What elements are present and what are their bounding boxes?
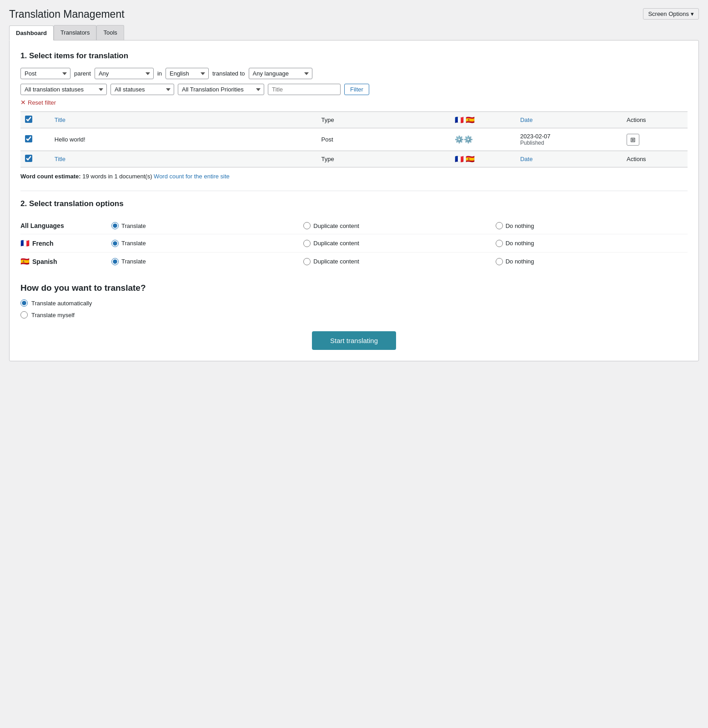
select-all-checkbox[interactable] [25, 116, 32, 123]
footer-type-col: Type [317, 151, 450, 167]
tab-tools[interactable]: Tools [96, 25, 124, 40]
all-lang-translate-radio[interactable] [111, 222, 119, 229]
row-check-cell [20, 128, 50, 151]
row-type: Post [321, 136, 333, 143]
translation-status-select[interactable]: All translation statuses [20, 84, 107, 95]
translate-myself-radio[interactable] [20, 311, 28, 318]
reset-filter[interactable]: ✕ Reset filter [20, 99, 688, 106]
table-row: Hello world! Post ⚙️⚙️ 2023-02-07 Publis… [20, 128, 688, 151]
footer-title-col[interactable]: Title [50, 151, 317, 167]
translation-status-icons: ⚙️⚙️ [455, 136, 473, 143]
section2-title: 2. Select translation options [20, 199, 688, 208]
main-panel: 1. Select items for translation Post par… [9, 40, 699, 361]
row-date-cell: 2023-02-07 Published [516, 128, 622, 151]
word-count-text: 19 words in 1 document(s) [82, 173, 152, 180]
header-actions-col: Actions [622, 112, 688, 128]
row-title: Hello world! [55, 136, 85, 143]
french-flag: 🇫🇷 [20, 239, 30, 248]
start-translating-button[interactable]: Start translating [312, 331, 396, 350]
spanish-flag: 🇪🇸 [20, 257, 30, 266]
language-options-table: All Languages Translate Duplicate conten… [20, 217, 688, 270]
items-table: Title Type 🇫🇷 🇪🇸 Date Actions [20, 111, 688, 167]
french-nothing-option[interactable]: Do nothing [496, 240, 688, 247]
row-date: 2023-02-07 [520, 133, 618, 140]
all-lang-translate-option[interactable]: Translate [111, 222, 303, 229]
footer-actions-col: Actions [622, 151, 688, 167]
french-flag-header: 🇫🇷 [455, 116, 464, 124]
header-flags-col: 🇫🇷 🇪🇸 [450, 112, 516, 128]
all-lang-duplicate-radio[interactable] [303, 222, 311, 229]
title-input[interactable] [268, 84, 341, 95]
lang-name-spanish: 🇪🇸 Spanish [20, 257, 111, 266]
chevron-down-icon: ▾ [691, 10, 694, 17]
start-btn-row: Start translating [20, 331, 688, 350]
how-translate-title: How do you want to translate? [20, 283, 688, 293]
spanish-flag-header: 🇪🇸 [466, 116, 475, 124]
row-checkbox[interactable] [25, 135, 32, 142]
lang-row-spanish: 🇪🇸 Spanish Translate Duplicate content D… [20, 252, 688, 270]
translate-myself-option[interactable]: Translate myself [20, 311, 688, 318]
spanish-duplicate-radio[interactable] [303, 258, 311, 265]
lang-name-all: All Languages [20, 222, 111, 229]
any-language-select[interactable]: Any language [249, 68, 312, 79]
row-title-cell: Hello world! [50, 128, 317, 151]
all-lang-duplicate-option[interactable]: Duplicate content [303, 222, 495, 229]
language-select[interactable]: English [166, 68, 209, 79]
translate-automatically-option[interactable]: Translate automatically [20, 299, 688, 307]
footer-check-col [20, 151, 50, 167]
spanish-flag-footer: 🇪🇸 [466, 155, 475, 163]
tab-translators[interactable]: Translators [54, 25, 97, 40]
parent-select[interactable]: Any [95, 68, 154, 79]
screen-options-button[interactable]: Screen Options ▾ [643, 8, 699, 20]
header-type-col: Type [317, 112, 450, 128]
row-status: Published [520, 140, 618, 146]
translate-automatically-label: Translate automatically [31, 300, 92, 307]
section1-title: 1. Select items for translation [20, 51, 688, 61]
spanish-duplicate-option[interactable]: Duplicate content [303, 258, 495, 265]
table-footer-row: Title Type 🇫🇷 🇪🇸 Date Actions [20, 151, 688, 167]
filter-row-1: Post parent Any in English translated to… [20, 68, 688, 79]
how-translate-section: How do you want to translate? Translate … [20, 283, 688, 318]
translation-priority-select[interactable]: All Translation Priorities [178, 84, 264, 95]
french-translate-option[interactable]: Translate [111, 240, 303, 247]
row-actions-cell: ⊞ [622, 128, 688, 151]
header-date-col[interactable]: Date [516, 112, 622, 128]
page-header: Translation Management Screen Options ▾ [0, 0, 708, 25]
tab-dashboard[interactable]: Dashboard [9, 25, 54, 40]
page-title: Translation Management [9, 8, 125, 20]
french-translate-radio[interactable] [111, 240, 119, 247]
post-type-select[interactable]: Post [20, 68, 70, 79]
header-check-col [20, 112, 50, 128]
spanish-nothing-radio[interactable] [496, 258, 503, 265]
filter-row-2: All translation statuses All statuses Al… [20, 84, 688, 95]
section-divider [20, 191, 688, 191]
in-label: in [157, 70, 162, 77]
row-type-cell: Post [317, 128, 450, 151]
all-lang-nothing-radio[interactable] [496, 222, 503, 229]
table-header-row: Title Type 🇫🇷 🇪🇸 Date Actions [20, 112, 688, 128]
filter-button[interactable]: Filter [344, 84, 369, 95]
reset-x-icon: ✕ [20, 99, 26, 106]
word-count-label: Word count estimate: [20, 173, 81, 180]
all-statuses-select[interactable]: All statuses [110, 84, 174, 95]
all-lang-nothing-option[interactable]: Do nothing [496, 222, 688, 229]
add-translation-button[interactable]: ⊞ [627, 134, 639, 146]
tabs-row: Dashboard Translators Tools [0, 25, 708, 40]
footer-date-col[interactable]: Date [516, 151, 622, 167]
word-count-line: Word count estimate: 19 words in 1 docum… [20, 173, 688, 180]
header-title-col[interactable]: Title [50, 112, 317, 128]
plus-icon: ⊞ [630, 136, 636, 143]
french-duplicate-radio[interactable] [303, 240, 311, 247]
spanish-translate-radio[interactable] [111, 258, 119, 265]
spanish-translate-option[interactable]: Translate [111, 258, 303, 265]
french-nothing-radio[interactable] [496, 240, 503, 247]
spanish-nothing-option[interactable]: Do nothing [496, 258, 688, 265]
footer-flags-col: 🇫🇷 🇪🇸 [450, 151, 516, 167]
translate-automatically-radio[interactable] [20, 299, 28, 307]
translate-myself-label: Translate myself [31, 312, 75, 318]
word-count-entire-site-link[interactable]: Word count for the entire site [154, 173, 230, 180]
translated-to-label: translated to [212, 70, 245, 77]
footer-select-all-checkbox[interactable] [25, 155, 32, 162]
screen-options-label: Screen Options [648, 10, 689, 17]
french-duplicate-option[interactable]: Duplicate content [303, 240, 495, 247]
